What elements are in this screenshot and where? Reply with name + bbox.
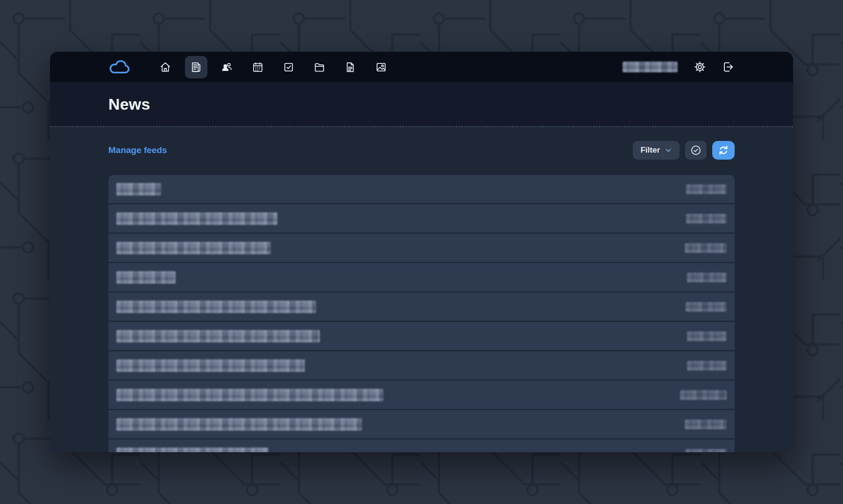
nav-item-news[interactable]	[185, 56, 207, 78]
feed-item-title-redacted	[116, 418, 362, 431]
feed-item-date-redacted	[687, 331, 727, 341]
feed-list-item[interactable]	[108, 175, 735, 204]
logout-button[interactable]	[722, 61, 735, 73]
nav-item-notes[interactable]	[339, 56, 361, 78]
settings-button[interactable]	[694, 61, 706, 73]
nav-item-files[interactable]	[308, 56, 331, 78]
feed-item-title-redacted	[116, 183, 161, 196]
check-circle-icon	[690, 145, 701, 156]
feed-item-title-redacted	[116, 389, 383, 401]
feed-list-item[interactable]	[108, 381, 735, 410]
content-area: Manage feeds Filter	[50, 126, 793, 452]
filter-button-label: Filter	[640, 146, 660, 155]
refresh-button[interactable]	[712, 141, 735, 160]
feed-item-date-redacted	[686, 214, 727, 224]
feed-list	[108, 175, 735, 452]
navbar-right	[623, 61, 735, 73]
toolbar-buttons: Filter	[633, 141, 735, 160]
feed-item-title-redacted	[116, 242, 271, 254]
feed-item-date-redacted	[686, 184, 727, 194]
feed-item-date-redacted	[685, 243, 727, 253]
cloud-logo-icon	[108, 59, 131, 75]
gear-icon	[694, 61, 706, 73]
nav-item-calendar[interactable]	[247, 56, 269, 78]
file-icon	[344, 61, 356, 73]
nav-item-tasks[interactable]	[277, 56, 300, 78]
page-title: News	[108, 95, 150, 113]
feed-item-date-redacted	[686, 449, 727, 453]
toolbar: Manage feeds Filter	[50, 141, 793, 160]
feed-item-date-redacted	[687, 361, 727, 371]
feed-list-item[interactable]	[108, 440, 735, 452]
top-navbar	[50, 52, 793, 82]
feed-item-date-redacted	[680, 390, 727, 400]
calendar-icon	[252, 61, 264, 73]
logout-icon	[722, 61, 735, 73]
filter-button[interactable]: Filter	[633, 141, 680, 160]
feed-list-item[interactable]	[108, 410, 735, 440]
feed-item-title-redacted	[116, 359, 305, 372]
feed-item-title-redacted	[116, 271, 176, 284]
nav-items	[154, 56, 392, 78]
home-icon	[159, 61, 171, 73]
app-window: News Manage feeds Filter	[50, 52, 793, 452]
app-logo[interactable]	[108, 59, 131, 75]
feed-item-date-redacted	[686, 302, 727, 312]
feed-list-item[interactable]	[108, 234, 735, 263]
newspaper-icon	[190, 61, 202, 73]
feed-item-title-redacted	[116, 301, 316, 313]
nav-item-contacts[interactable]	[216, 56, 238, 78]
feed-item-date-redacted	[685, 420, 727, 429]
folder-icon	[313, 61, 326, 73]
manage-feeds-link[interactable]: Manage feeds	[108, 145, 167, 155]
chevron-down-icon	[665, 147, 672, 154]
feed-list-item[interactable]	[108, 263, 735, 293]
feed-list-item[interactable]	[108, 204, 735, 234]
username-redacted	[623, 62, 678, 72]
feed-item-date-redacted	[687, 273, 727, 282]
page-header: News	[50, 82, 793, 126]
mark-all-read-button[interactable]	[685, 141, 707, 160]
feed-list-item[interactable]	[108, 322, 735, 351]
feed-list-item[interactable]	[108, 351, 735, 381]
image-icon	[375, 61, 387, 73]
users-icon	[221, 61, 233, 73]
feed-list-item[interactable]	[108, 293, 735, 322]
feed-item-title-redacted	[116, 448, 269, 453]
sync-icon	[718, 145, 729, 156]
nav-item-photos[interactable]	[370, 56, 392, 78]
nav-item-home[interactable]	[154, 56, 177, 78]
feed-item-title-redacted	[116, 212, 277, 225]
check-square-icon	[283, 61, 295, 73]
feed-item-title-redacted	[116, 330, 320, 343]
